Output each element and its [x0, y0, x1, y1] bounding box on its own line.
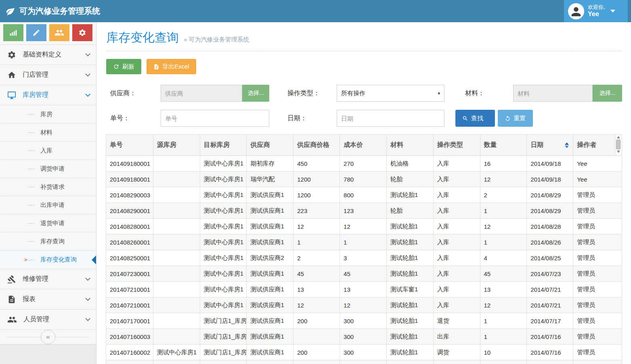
sort-icon[interactable]: [565, 142, 569, 148]
operation-type-select[interactable]: 所有操作 ▾: [337, 85, 444, 102]
table-cell: 10: [480, 345, 527, 360]
supplier-label: 供应商：: [110, 85, 136, 102]
scroll-thumb[interactable]: [616, 140, 621, 149]
table-row[interactable]: 201407160003测试门店1_库房测试供应商1300测试轮胎1出库1201…: [106, 329, 622, 345]
table-cell: 管理员: [573, 329, 622, 344]
table-cell: 1: [293, 234, 340, 250]
submenu-item[interactable]: 调货申请: [0, 160, 96, 178]
table-cell: 期初库存: [247, 156, 293, 171]
table-cell: 13: [480, 282, 527, 297]
select-caret-icon: ▾: [438, 91, 440, 96]
reset-button[interactable]: 重置: [498, 110, 533, 127]
user-menu[interactable]: 欢迎你, Yee: [564, 0, 628, 22]
leaf-logo-icon: [6, 6, 15, 16]
table-cell: 测试中心库房1: [200, 172, 247, 187]
sidebar-item-reports[interactable]: 报表: [0, 289, 96, 310]
date-input[interactable]: [337, 110, 444, 127]
date-label: 日期：: [287, 110, 307, 127]
table-cell: 测试轮胎1: [387, 297, 434, 313]
table-cell: 1: [480, 329, 527, 344]
table-row[interactable]: 201407230001测试中心库房1测试供应商14545测试轮胎1入库4520…: [106, 266, 622, 282]
search-button[interactable]: 查找: [455, 110, 495, 127]
sidebar-item-base-data[interactable]: 基础资料定义: [0, 45, 96, 65]
submenu-item[interactable]: 库存查询: [0, 232, 96, 251]
table-cell: 12: [480, 219, 527, 234]
material-choose-button[interactable]: 选择...: [593, 85, 622, 102]
column-header[interactable]: 源库房: [153, 135, 200, 155]
table-row[interactable]: 201407170001测试门店1_库房测试供应商1200300测试轮胎1退货1…: [106, 313, 622, 329]
table-cell: 测试中心库房1: [200, 297, 247, 313]
submenu-item[interactable]: 补货请求: [0, 178, 96, 196]
pencil-tile-button[interactable]: [26, 24, 46, 41]
monitor-icon: [7, 91, 16, 100]
column-header[interactable]: 操作类型: [434, 135, 480, 155]
table-row[interactable]: 201409180001测试中心库房1期初库存450270机油格入库162014…: [106, 156, 622, 172]
table-row[interactable]: 201407160002测试中心库房1测试门店1_库房测试供应商1200300测…: [106, 345, 622, 360]
table-cell: 测试中心库房1: [200, 187, 247, 203]
column-header-date[interactable]: 日期: [527, 135, 573, 155]
table-row[interactable]: 201407210001测试中心库房1测试供应商11313测试车窗1入库1320…: [106, 282, 622, 297]
submenu-item[interactable]: 库房: [0, 105, 96, 123]
sidebar-item-label: 报表: [23, 295, 36, 303]
submenu-item[interactable]: 入库: [0, 142, 96, 160]
table-row[interactable]: 201407210001测试中心库房1测试供应商11212测试轮胎1入库1220…: [106, 297, 622, 313]
table-row[interactable]: 201408290001测试中心库房1测试供应商1223123轮胎入库12014…: [106, 203, 622, 219]
table-cell: [153, 266, 200, 281]
table-cell: 123: [340, 203, 387, 218]
active-flag-icon: [92, 255, 96, 264]
gears-tile-button[interactable]: [72, 24, 92, 41]
sidebar-item-staff-mgmt[interactable]: 人员管理: [0, 310, 96, 330]
column-header[interactable]: 供应商: [247, 135, 293, 155]
table-row[interactable]: 201409180001测试中心库房1瑞华汽配1200780轮胎入库122014…: [106, 172, 622, 187]
users-tile-button[interactable]: [49, 24, 69, 41]
gavel-icon: [7, 275, 16, 284]
scroll-up-icon[interactable]: [617, 136, 620, 138]
collapse-sidebar-button[interactable]: «: [41, 330, 55, 344]
table-cell: 201407230001: [106, 266, 153, 281]
column-header[interactable]: 数量: [480, 135, 527, 155]
page-title: 库存变化查询: [106, 29, 179, 46]
table-cell: 测试门店1_库房: [200, 329, 247, 344]
table-cell: [153, 219, 200, 234]
table-cell: 45: [340, 266, 387, 281]
table-row[interactable]: 201408280001测试中心库房1测试供应商11212测试轮胎1入库1220…: [106, 219, 622, 234]
submenu-item-active[interactable]: > 库存变化查询: [0, 251, 96, 269]
table-row[interactable]: 201408290003测试中心库房1测试供应商11200800测试轮胎1入库2…: [106, 187, 622, 203]
submenu-item[interactable]: 材料: [0, 123, 96, 142]
submenu-item[interactable]: 退货申请: [0, 214, 96, 232]
sidebar-item-label: 库房管理: [23, 91, 48, 99]
table-row[interactable]: 201408250001测试中心库房1测试供应商223测试轮胎1入库42014/…: [106, 250, 622, 266]
refresh-button[interactable]: 刷新: [106, 59, 141, 74]
column-header[interactable]: 单号: [106, 135, 153, 155]
table-cell: 2014/07/17: [527, 313, 573, 328]
table-cell: 2014/08/28: [527, 219, 573, 234]
warehouse-submenu: 库房 材料 入库 调货申请 补货请求 出库申请 退货申请 库存查询 > 库存变化…: [0, 105, 96, 269]
order-no-input[interactable]: [161, 110, 269, 127]
sidebar-item-repair-mgmt[interactable]: 维修管理: [0, 269, 96, 289]
gear-icon: [7, 50, 16, 59]
export-excel-button[interactable]: 导出Excel: [147, 59, 196, 74]
table-cell: 测试门店1_库房: [200, 313, 247, 328]
table-row[interactable]: [106, 360, 622, 364]
action-bar: 刷新 导出Excel: [106, 59, 196, 74]
table-body: 201409180001测试中心库房1期初库存450270机油格入库162014…: [106, 156, 622, 364]
table-scrollbar[interactable]: [615, 135, 622, 155]
table-cell: 12: [480, 297, 527, 313]
scroll-down-icon[interactable]: [617, 151, 620, 153]
supplier-choose-button[interactable]: 选择...: [242, 85, 269, 102]
sidebar-item-store-mgmt[interactable]: 门店管理: [0, 65, 96, 85]
column-header[interactable]: 供应商价格: [293, 135, 340, 155]
table-cell: 管理员: [573, 203, 622, 218]
column-header[interactable]: 成本价: [340, 135, 387, 155]
table-row[interactable]: 201408260001测试中心库房1测试供应商111测试轮胎1入库12014/…: [106, 234, 622, 250]
table-cell: 201408290001: [106, 203, 153, 218]
sidebar-item-warehouse-mgmt[interactable]: 库房管理: [0, 85, 96, 105]
bar-chart-tile-button[interactable]: [3, 24, 23, 41]
table-cell: 201409180001: [106, 156, 153, 171]
column-header[interactable]: 目标库房: [200, 135, 247, 155]
column-header[interactable]: 材料: [387, 135, 434, 155]
column-header[interactable]: 操作者: [573, 135, 615, 155]
table-cell: 1200: [293, 187, 340, 203]
table-cell: 管理员: [573, 282, 622, 297]
submenu-item[interactable]: 出库申请: [0, 196, 96, 214]
